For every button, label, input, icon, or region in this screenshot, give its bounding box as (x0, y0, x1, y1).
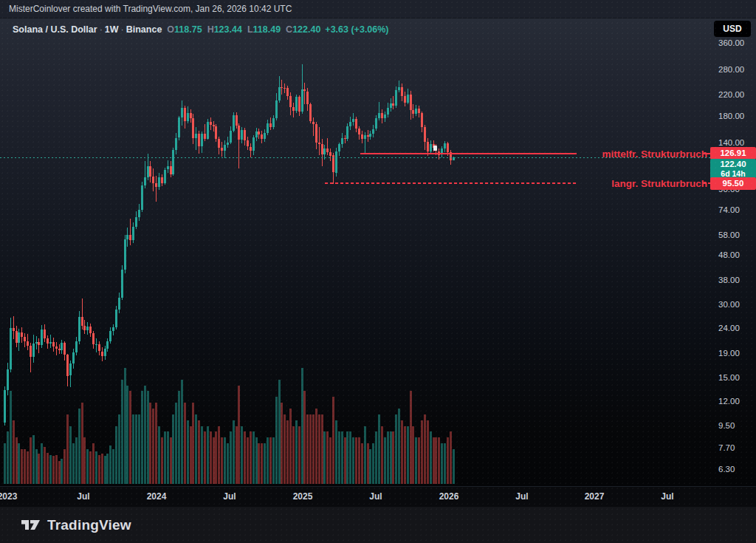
candle (395, 90, 397, 106)
candle (18, 332, 20, 343)
candle (321, 144, 323, 154)
price-tick-label: 180.00 (718, 112, 744, 120)
candle (329, 152, 331, 156)
candle-wick (319, 127, 320, 155)
candle (204, 134, 206, 139)
candle (13, 328, 15, 331)
candle (190, 113, 192, 118)
candles-layer (0, 18, 710, 486)
candle (192, 118, 194, 138)
langr-price-tag: 95.50 (710, 177, 756, 190)
time-tick-label: Jul (223, 491, 236, 502)
price-tick-label: 30.00 (718, 300, 740, 309)
candle (372, 129, 374, 134)
mittelfr-price-tag: 126.91 (710, 147, 756, 160)
drawing-anchor-marker (433, 146, 437, 151)
candle (298, 97, 300, 112)
candle (213, 125, 215, 126)
candle (155, 183, 157, 187)
candle (326, 148, 329, 152)
candle (63, 343, 66, 355)
last-price-value: 122.40 (720, 160, 746, 168)
candle (32, 344, 35, 357)
candle (207, 122, 209, 139)
candle-wick (393, 96, 394, 109)
candle (236, 115, 238, 126)
candle (95, 344, 97, 345)
price-tick-label: 24.00 (718, 324, 740, 332)
candle (407, 95, 409, 103)
last-price-tag: 122.406d 14h (710, 159, 756, 179)
chart-region: Solana / U.S. Dollar·1W·BinanceO118.75H1… (0, 18, 756, 486)
chart-pane[interactable]: Solana / U.S. Dollar·1W·BinanceO118.75H1… (0, 18, 710, 486)
langr-strukturbruch-label[interactable]: langr. Strukturbruch (611, 178, 707, 189)
candle (344, 138, 346, 139)
candle (4, 390, 6, 422)
candle (178, 117, 180, 138)
candle (109, 331, 111, 341)
candle (164, 170, 166, 183)
exchange-label[interactable]: Binance (126, 24, 162, 35)
candle (58, 349, 61, 350)
open-label: O (167, 24, 174, 35)
candle (210, 122, 212, 125)
candle (158, 177, 160, 187)
time-tick-label: 2025 (293, 491, 313, 502)
langr-strukturbruch-line[interactable] (325, 182, 578, 184)
candle (101, 352, 103, 356)
candle (418, 109, 420, 113)
candle (303, 89, 306, 91)
candle (238, 126, 240, 140)
candle (247, 140, 249, 147)
candle (381, 113, 383, 119)
candle (275, 100, 278, 118)
candle (170, 166, 172, 174)
time-tick-label: Jul (369, 491, 382, 502)
candle (184, 108, 186, 121)
candle-wick (96, 338, 97, 352)
footer-bar: TradingView (0, 507, 756, 543)
candle (410, 95, 412, 110)
candle (427, 142, 429, 151)
candle (289, 96, 292, 107)
candle (161, 177, 163, 182)
candle (69, 363, 72, 376)
candle (10, 328, 12, 369)
candle (132, 227, 134, 240)
time-tick-label: Jul (661, 491, 673, 502)
candle (355, 119, 357, 129)
tradingview-logo[interactable]: TradingView (21, 517, 131, 533)
candle (309, 104, 312, 121)
candle (201, 134, 203, 146)
mittelfr-strukturbruch-label[interactable]: mittelfr. Strukturbruch (602, 148, 707, 159)
candle (241, 130, 243, 140)
candle (81, 317, 83, 326)
candle (227, 143, 229, 145)
attribution-bar: MisterCoinlover created with TradingView… (0, 0, 756, 18)
candle (24, 337, 26, 341)
candle (104, 349, 106, 356)
interval-label[interactable]: 1W (105, 24, 119, 35)
candle (352, 119, 354, 122)
candle (198, 134, 200, 147)
symbol-title[interactable]: Solana / U.S. Dollar (13, 24, 97, 35)
candle (306, 92, 309, 105)
candle (230, 131, 232, 143)
candle (281, 87, 283, 88)
symbol-legend[interactable]: Solana / U.S. Dollar·1W·BinanceO118.75H1… (13, 24, 389, 35)
candle (21, 332, 23, 338)
candle (66, 355, 69, 376)
price-tick-label: 19.00 (718, 349, 740, 358)
candle (338, 144, 340, 151)
candle (141, 185, 143, 211)
price-axis[interactable]: USD 360.00280.00220.00180.00140.0090.007… (710, 18, 756, 486)
currency-unit-button[interactable]: USD (714, 21, 751, 37)
time-axis[interactable]: 2023Jul2024Jul2025Jul2026Jul2027Jul (0, 486, 756, 507)
time-tick-label: 2026 (439, 491, 459, 502)
candle (38, 342, 40, 345)
candle (378, 113, 380, 118)
mittelfr-strukturbruch-line[interactable] (360, 153, 577, 154)
candle (444, 143, 446, 148)
tradingview-screenshot: MisterCoinlover created with TradingView… (0, 0, 756, 543)
candle (175, 138, 177, 150)
